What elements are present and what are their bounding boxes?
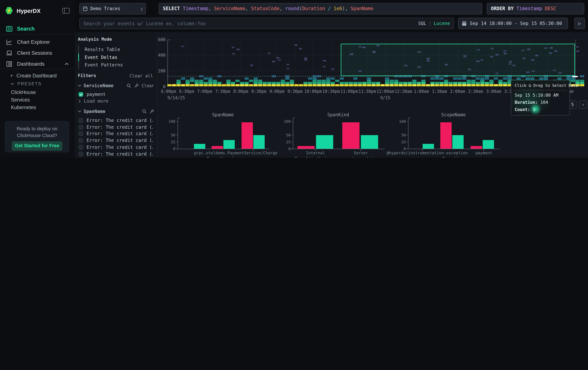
checkbox-icon[interactable] bbox=[79, 138, 83, 143]
analysis-mode-event-deltas[interactable]: Event Deltas bbox=[78, 53, 153, 61]
lucene-mode-toggle[interactable]: Lucene bbox=[434, 21, 450, 26]
search-input[interactable] bbox=[80, 20, 418, 27]
sidebar-item-kubernetes[interactable]: Kubernetes bbox=[0, 103, 86, 111]
rect bbox=[7, 51, 11, 54]
rect bbox=[172, 84, 176, 86]
checkbox-checked-icon[interactable] bbox=[79, 92, 83, 97]
rect bbox=[199, 80, 203, 82]
rect bbox=[249, 80, 253, 82]
rect bbox=[195, 82, 199, 84]
rect bbox=[267, 84, 271, 86]
rect bbox=[199, 84, 203, 86]
rect bbox=[331, 68, 335, 70]
servicename-label[interactable]: ServiceName bbox=[84, 83, 126, 88]
nav-search[interactable]: Search bbox=[0, 23, 75, 34]
chart-plot-ScopeName[interactable]: ScopeName02550100@hyperdx/instrumentatio… bbox=[397, 112, 503, 156]
rect bbox=[344, 84, 348, 86]
sql-token: SpanName bbox=[351, 6, 373, 11]
rect bbox=[231, 84, 235, 86]
pin-icon[interactable] bbox=[150, 109, 154, 114]
analysis-mode-event-patterns[interactable]: Event Patterns bbox=[78, 61, 153, 69]
chart-plot-ScopeVersion[interactable]: ScopeVersion025501000.1.00.51.1 bbox=[166, 157, 272, 158]
filter-option-error-the-credit-card-[interactable]: Error: The credit card (… bbox=[79, 144, 153, 150]
nav-chart-explorer[interactable]: Chart Explorer bbox=[0, 37, 75, 47]
filter-option-error-the-credit-card-[interactable]: Error: The credit card (… bbox=[79, 117, 153, 124]
filter-option-payment[interactable]: payment bbox=[79, 91, 153, 98]
rect bbox=[177, 80, 181, 82]
sidebar-collapse-icon[interactable] bbox=[62, 8, 70, 13]
rect bbox=[181, 84, 185, 86]
text: Server bbox=[354, 150, 368, 155]
presets-toggle[interactable]: PRESETS bbox=[0, 80, 75, 88]
rect bbox=[245, 77, 249, 80]
filter-option-error-the-credit-card-[interactable]: Error: The credit card (… bbox=[79, 151, 153, 157]
rect bbox=[480, 77, 484, 80]
get-started-button[interactable]: Get Started for Free bbox=[12, 141, 62, 151]
rect bbox=[423, 144, 434, 149]
nav-client-sessions[interactable]: Client Sessions bbox=[0, 48, 75, 58]
rect bbox=[503, 82, 507, 84]
sql-token: DESC bbox=[545, 6, 556, 11]
rect bbox=[294, 84, 298, 86]
next-page-button[interactable]: › bbox=[579, 100, 587, 109]
rect bbox=[462, 22, 466, 26]
text: 10:30pm bbox=[322, 89, 340, 94]
checkbox-icon[interactable] bbox=[79, 118, 83, 123]
rect bbox=[317, 84, 321, 86]
analysis-mode-results-table[interactable]: Results Table bbox=[78, 46, 153, 53]
sidebar-item-clickhouse[interactable]: ClickHouse bbox=[0, 88, 86, 96]
date-range-picker[interactable]: Sep 14 18:00:00 - Sep 15 05:30:00 bbox=[458, 18, 568, 29]
rect bbox=[399, 84, 403, 86]
rect bbox=[340, 77, 344, 80]
rect bbox=[335, 80, 339, 82]
run-query-button[interactable]: ▷ bbox=[574, 18, 585, 29]
spanname-label[interactable]: SpanName bbox=[84, 109, 142, 114]
chart-plot-Duration[interactable]: Duration05102011245381376801162107019935… bbox=[397, 157, 503, 158]
clear-all-button[interactable]: Clear all bbox=[129, 73, 153, 79]
load-more-button[interactable]: Load more bbox=[79, 99, 108, 104]
rect bbox=[249, 84, 253, 86]
chart-plot-SpanName[interactable]: SpanName02550100grpc.oteldemo.PaymentSer… bbox=[166, 112, 272, 156]
filter-option-error-the-credit-card-[interactable]: Error: The credit card (… bbox=[79, 138, 153, 144]
source-select[interactable]: Demo Traces ▲▼ bbox=[79, 3, 146, 14]
checkbox-icon[interactable] bbox=[79, 125, 83, 129]
sql-mode-toggle[interactable]: SQL bbox=[418, 21, 426, 26]
rect bbox=[571, 77, 575, 80]
sql-token: SELECT bbox=[163, 6, 183, 11]
search-icon[interactable] bbox=[126, 83, 131, 88]
nav-dashboards[interactable]: Dashboards bbox=[0, 59, 75, 69]
rect bbox=[177, 84, 181, 86]
servicename-clear-button[interactable]: Clear bbox=[142, 83, 154, 88]
search-nav-icon bbox=[6, 25, 12, 32]
duration-value: 104 bbox=[540, 100, 548, 105]
order-by-editor[interactable]: ORDER BY Timestamp DESC bbox=[487, 3, 584, 14]
create-dashboard-button[interactable]: + Create Dashboard bbox=[0, 72, 75, 79]
rect bbox=[503, 77, 507, 80]
rect bbox=[385, 84, 389, 86]
checkbox-icon[interactable] bbox=[79, 132, 83, 136]
chevron-down-icon[interactable] bbox=[78, 85, 81, 87]
text: 12:30am bbox=[395, 89, 412, 94]
chart-plot-SpanAttributes-yment-card-type[interactable]: SpanAttributes...yment.card_type02550100… bbox=[282, 157, 387, 158]
filter-option-error-the-credit-card-[interactable]: Error: The credit card (… bbox=[79, 131, 153, 137]
filter-option-error-the-credit-card-[interactable]: Error: The credit card (… bbox=[79, 124, 153, 130]
sql-select-editor[interactable]: SELECT Timestamp, ServiceName, StatusCod… bbox=[159, 3, 482, 14]
text: 6:00pm bbox=[161, 89, 176, 94]
rect bbox=[576, 46, 579, 48]
text: 100 bbox=[284, 119, 290, 124]
pin-icon[interactable] bbox=[134, 83, 139, 88]
search-icon[interactable] bbox=[142, 109, 147, 114]
selection-box[interactable] bbox=[341, 44, 575, 76]
checkbox-icon[interactable] bbox=[79, 151, 83, 156]
chart-plot-SpanKind[interactable]: SpanKind02550100InternalServer bbox=[282, 112, 387, 156]
rect bbox=[308, 77, 312, 80]
option-label: Error: The credit card (… bbox=[86, 144, 153, 150]
checkbox-icon[interactable] bbox=[79, 145, 83, 150]
polyline bbox=[78, 111, 81, 112]
sidebar-item-services[interactable]: Services bbox=[0, 96, 86, 103]
chevron-down-icon[interactable] bbox=[78, 110, 81, 112]
text: 50 bbox=[401, 133, 406, 137]
rect bbox=[440, 77, 444, 80]
count-value-highlight: 1 bbox=[533, 107, 535, 112]
create-dashboard-label: Create Dashboard bbox=[16, 73, 56, 78]
